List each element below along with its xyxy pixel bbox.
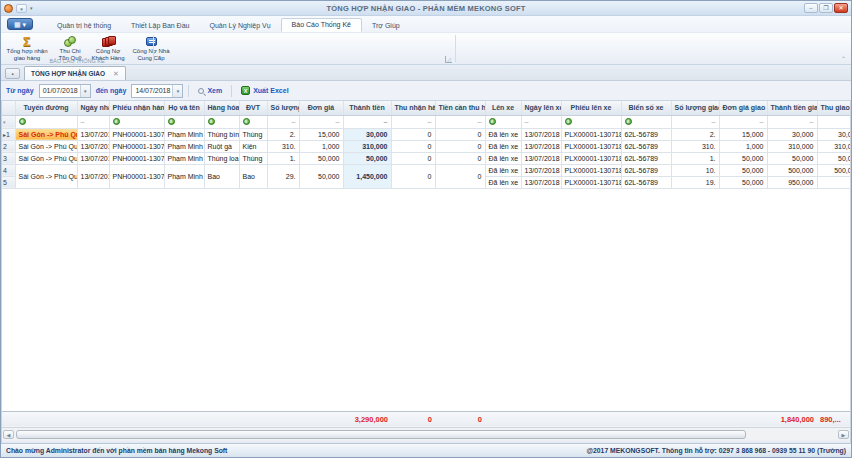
cell[interactable]: 13/07/2018	[77, 152, 109, 164]
cell[interactable]: 13/07/2018	[77, 164, 109, 188]
cell[interactable]: PNH00001-130718	[109, 140, 164, 152]
column-header[interactable]: Ngày lên xe	[521, 101, 561, 115]
selected-cell[interactable]: Sài Gòn -> Phú Quốc	[15, 128, 77, 140]
tab-tong-hop-nhan-giao[interactable]: TỔNG HỢP NHẬN GIAO ✕	[24, 66, 126, 80]
cell[interactable]: 13/07/2018	[77, 140, 109, 152]
dialog-launcher-icon[interactable]: ◿	[445, 56, 452, 63]
cell[interactable]: Ruột gà	[204, 140, 239, 152]
cell[interactable]: 2.	[671, 128, 719, 140]
column-header[interactable]: Số lượng giao	[671, 101, 719, 115]
cell[interactable]: 0	[391, 152, 435, 164]
cell[interactable]: 13/07/2018	[521, 140, 561, 152]
cell[interactable]: Đã lên xe	[485, 140, 521, 152]
column-header[interactable]: Lên xe	[485, 101, 521, 115]
cell[interactable]: Kiện	[239, 140, 267, 152]
cell[interactable]: Sài Gòn -> Phú Quốc	[15, 164, 77, 188]
cell[interactable]: 29.	[267, 164, 299, 188]
cell[interactable]: 0	[435, 164, 485, 188]
cell[interactable]: 19.	[671, 176, 719, 188]
minimize-button[interactable]: –	[804, 3, 818, 13]
cell[interactable]: 1.	[267, 152, 299, 164]
maximize-button[interactable]: ❐	[819, 3, 833, 13]
ribbon-tab-tro-giup[interactable]: Trợ Giúp	[362, 20, 410, 32]
cell[interactable]: Phạm Minh Hải	[164, 164, 204, 188]
cell[interactable]: 50,000	[767, 152, 817, 164]
column-header[interactable]: Tiền cần thu hộ	[435, 101, 485, 115]
table-row[interactable]: ▸1 Sài Gòn -> Phú Quốc 13/07/2018 PNH000…	[2, 128, 851, 140]
cell[interactable]: 50,000	[343, 152, 391, 164]
table-row[interactable]: 4 Sài Gòn -> Phú Quốc 13/07/2018 PNH0000…	[2, 164, 851, 176]
chevron-down-icon[interactable]: ▼	[80, 85, 90, 97]
cell[interactable]: 30,000	[767, 128, 817, 140]
cell[interactable]: PNH00001-130718	[109, 164, 164, 188]
column-header[interactable]: Thu nhận hàng	[391, 101, 435, 115]
tab-close-icon[interactable]: ✕	[113, 70, 119, 78]
cell[interactable]: Thùng	[239, 128, 267, 140]
cell[interactable]: PLX00001-130718	[561, 128, 621, 140]
column-header[interactable]: Ngày nhận	[77, 101, 109, 115]
cell[interactable]: Đã lên xe	[485, 128, 521, 140]
cell[interactable]: PLX00001-130718	[561, 140, 621, 152]
scroll-right-arrow-icon[interactable]: ▶	[838, 430, 849, 439]
column-header[interactable]: Đơn giá	[299, 101, 343, 115]
column-header[interactable]: Biển số xe	[621, 101, 671, 115]
ribbon-minimize-icon[interactable]: ⌃	[841, 55, 846, 62]
column-header[interactable]: Số lượng	[267, 101, 299, 115]
close-button[interactable]: ✕	[834, 3, 848, 13]
cell[interactable]: 13/07/2018	[521, 164, 561, 176]
scroll-left-arrow-icon[interactable]: ◀	[3, 430, 14, 439]
cell[interactable]: 310,000	[343, 140, 391, 152]
cell[interactable]: Phạm Minh Hải	[164, 152, 204, 164]
column-header[interactable]: Họ và tên	[164, 101, 204, 115]
cell[interactable]: 310,000	[817, 140, 851, 152]
table-row[interactable]: 3 Sài Gòn -> Phú Quốc 13/07/2018 PNH0000…	[2, 152, 851, 164]
ribbon-tab-thiet-lap-ban-dau[interactable]: Thiết Lập Ban Đầu	[121, 20, 199, 32]
cell[interactable]	[817, 176, 851, 188]
cell[interactable]: Phạm Minh Hải	[164, 128, 204, 140]
cell[interactable]: 30,000	[817, 128, 851, 140]
cell[interactable]: Bao	[239, 164, 267, 188]
cell[interactable]: Đã lên xe	[485, 164, 521, 176]
cell[interactable]: 50,000	[719, 176, 767, 188]
cell[interactable]: 0	[391, 128, 435, 140]
cell[interactable]: PLX00001-130718	[561, 176, 621, 188]
cell[interactable]: 30,000	[343, 128, 391, 140]
to-date-input[interactable]: 14/07/2018 ▼	[131, 84, 183, 98]
cell[interactable]: 0	[435, 140, 485, 152]
column-header[interactable]: ĐVT	[239, 101, 267, 115]
column-header[interactable]: Thành tiền	[343, 101, 391, 115]
cell[interactable]: 62L-56789	[621, 140, 671, 152]
cell[interactable]: 950,000	[767, 176, 817, 188]
cell[interactable]: PNH00001-130718	[109, 152, 164, 164]
cell[interactable]: 62L-56789	[621, 128, 671, 140]
application-menu-button[interactable]: ▦ ▾	[7, 18, 33, 30]
cell[interactable]: PLX00001-130718	[561, 164, 621, 176]
cell[interactable]: 310.	[267, 140, 299, 152]
cell[interactable]: Phạm Minh Hải	[164, 140, 204, 152]
cell[interactable]: 50,000	[719, 152, 767, 164]
chevron-down-icon[interactable]: ▼	[172, 85, 182, 97]
column-header[interactable]: Hàng hóa	[204, 101, 239, 115]
tab-list-button[interactable]: ▪	[5, 68, 20, 79]
auto-filter-row[interactable]: ▾ a – a a a a – – – – – a – a a –	[2, 115, 851, 128]
cell[interactable]: 50,000	[299, 164, 343, 188]
cell[interactable]: 1.	[671, 152, 719, 164]
cell[interactable]: PLX00001-130718	[561, 152, 621, 164]
cell[interactable]: 50,000	[719, 164, 767, 176]
column-header[interactable]: Thành tiền giao	[767, 101, 817, 115]
cell[interactable]: Sài Gòn -> Phú Quốc	[15, 140, 77, 152]
cell[interactable]: 500,000	[767, 164, 817, 176]
cell[interactable]: 50,000	[817, 152, 851, 164]
cell[interactable]: 0	[435, 152, 485, 164]
cell[interactable]: 1,000	[719, 140, 767, 152]
export-excel-button[interactable]: X Xuất Excel	[237, 86, 292, 95]
cell[interactable]: 13/07/2018	[521, 128, 561, 140]
cell[interactable]: 0	[435, 128, 485, 140]
cell[interactable]: 13/07/2018	[521, 152, 561, 164]
cell[interactable]: 1,000	[299, 140, 343, 152]
cell[interactable]: 0	[391, 164, 435, 188]
from-date-input[interactable]: 01/07/2018 ▼	[39, 84, 91, 98]
view-button[interactable]: Xem	[194, 87, 226, 94]
cell[interactable]: 15,000	[299, 128, 343, 140]
cell[interactable]: 13/07/2018	[521, 176, 561, 188]
